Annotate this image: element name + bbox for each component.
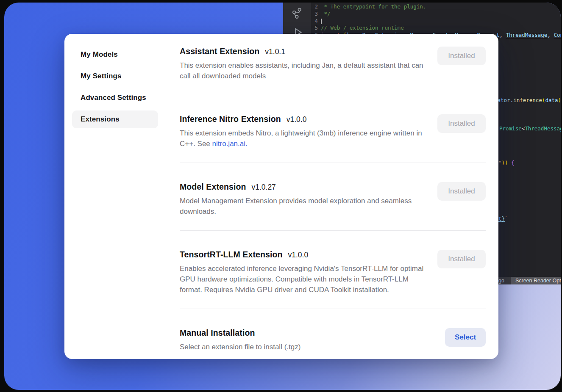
extension-name: TensortRT-LLM Extension — [180, 250, 282, 259]
code-line: 2 * The entrypoint for the plugin. — [311, 3, 561, 11]
settings-sidebar: My ModelsMy SettingsAdvanced SettingsExt… — [64, 34, 165, 359]
status-text: go — [498, 278, 504, 284]
extension-description: This extension embeds Nitro, a lightweig… — [180, 128, 426, 149]
extension-row: TensortRT-LLM Extensionv1.0.0Enables acc… — [180, 231, 486, 309]
extension-list: Assistant Extensionv1.0.1This extension … — [165, 34, 498, 359]
extension-heading: TensortRT-LLM Extensionv1.0.0 — [180, 250, 426, 259]
extension-version: v1.0.1 — [265, 47, 285, 56]
code-token: ` — [505, 215, 508, 222]
sidebar-item-extensions[interactable]: Extensions — [72, 110, 158, 128]
extension-info: TensortRT-LLM Extensionv1.0.0Enables acc… — [180, 250, 426, 295]
sidebar-item-advanced-settings[interactable]: Advanced Settings — [72, 89, 158, 107]
code-line: 5// Web / extension runtime — [311, 25, 561, 32]
extension-info: Manual InstallationSelect an extension f… — [180, 328, 300, 352]
code-token: // Web / extension runtime — [321, 25, 404, 31]
installed-button: Installed — [437, 114, 486, 133]
extension-info: Inference Nitro Extensionv1.0.0This exte… — [180, 114, 426, 149]
installed-button: Installed — [437, 250, 486, 268]
line-number: 4 — [311, 18, 318, 25]
extension-heading: Model Extensionv1.0.27 — [180, 182, 426, 192]
extension-info: Model Extensionv1.0.27Model Management E… — [180, 182, 426, 217]
code-fragment: t}` — [498, 215, 508, 223]
code-token: t} — [498, 215, 505, 222]
code-token: inference — [513, 97, 542, 103]
code-token: ContentType — [554, 32, 561, 38]
code-line-text: */ — [321, 11, 331, 18]
code-line: 4 — [311, 18, 561, 25]
extension-version: v1.0.0 — [288, 251, 308, 259]
extension-name: Model Extension — [180, 182, 246, 192]
extension-description: This extension enables assistants, inclu… — [180, 60, 426, 81]
sidebar-item-label: My Models — [81, 50, 118, 59]
line-number: 3 — [311, 11, 318, 18]
select-button[interactable]: Select — [445, 328, 486, 347]
code-line-text: * The entrypoint for the plugin. — [321, 3, 426, 11]
extension-version: v1.0.0 — [287, 115, 307, 124]
extension-version: v1.0.27 — [251, 183, 275, 192]
code-line: 3 */ — [311, 11, 561, 18]
code-line-text — [321, 18, 322, 25]
screen-reader-optimized-badge[interactable]: Screen Reader Optimized — [511, 277, 561, 284]
extension-name: Assistant Extension — [180, 47, 259, 56]
code-token: , — [500, 32, 506, 38]
sidebar-item-my-settings[interactable]: My Settings — [72, 67, 158, 85]
code-token: )) — [558, 97, 561, 103]
code-token: * The entrypoint for the plugin. — [321, 3, 426, 10]
code-token: ThreadMessage — [525, 125, 561, 132]
extension-heading: Manual Installation — [180, 328, 300, 338]
extension-row: Assistant Extensionv1.0.1This extension … — [180, 44, 486, 95]
installed-button: Installed — [437, 47, 486, 65]
extension-link[interactable]: nitro.jan.ai. — [212, 140, 248, 148]
text-cursor — [321, 19, 322, 24]
sidebar-item-label: Extensions — [81, 115, 120, 124]
extension-heading: Assistant Extensionv1.0.1 — [180, 47, 426, 56]
code-token: { — [508, 160, 515, 166]
code-fragment: Promise<ThreadMessage> — [499, 125, 561, 133]
extension-info: Assistant Extensionv1.0.1This extension … — [180, 47, 426, 81]
code-fragment: rator.inference(data)); — [494, 97, 561, 104]
code-token: )) — [502, 160, 508, 166]
code-token: Promise — [499, 125, 522, 132]
code-token: ThreadMessage — [506, 32, 548, 38]
code-fragment: ")) { — [498, 160, 515, 167]
hero-card: 2 * The entrypoint for the plugin.3 */45… — [4, 3, 561, 390]
code-token: " — [498, 160, 502, 166]
source-control-icon[interactable] — [291, 7, 303, 19]
extension-row: Model Extensionv1.0.27Model Management E… — [180, 163, 486, 231]
extension-name: Manual Installation — [180, 328, 255, 338]
extension-row: Inference Nitro Extensionv1.0.0This exte… — [180, 95, 486, 163]
extension-row: Manual InstallationSelect an extension f… — [180, 309, 486, 357]
extension-name: Inference Nitro Extension — [180, 114, 281, 124]
code-token: , — [547, 32, 554, 38]
line-number: 5 — [311, 25, 318, 32]
sidebar-item-label: My Settings — [81, 72, 122, 80]
line-number: 2 — [311, 3, 318, 11]
code-token: */ — [321, 11, 331, 17]
installed-button: Installed — [437, 182, 486, 201]
code-line-text: // Web / extension runtime — [321, 25, 404, 32]
extension-heading: Inference Nitro Extensionv1.0.0 — [180, 114, 426, 124]
code-token: data — [545, 97, 558, 103]
extension-description: Enables accelerated inference leveraging… — [180, 263, 426, 295]
sidebar-item-my-models[interactable]: My Models — [72, 46, 158, 63]
extension-description: Select an extension file to install (.tg… — [180, 342, 300, 352]
extension-description: Model Management Extension provides mode… — [180, 196, 426, 217]
sidebar-item-label: Advanced Settings — [81, 94, 146, 102]
settings-modal: My ModelsMy SettingsAdvanced SettingsExt… — [64, 34, 498, 359]
